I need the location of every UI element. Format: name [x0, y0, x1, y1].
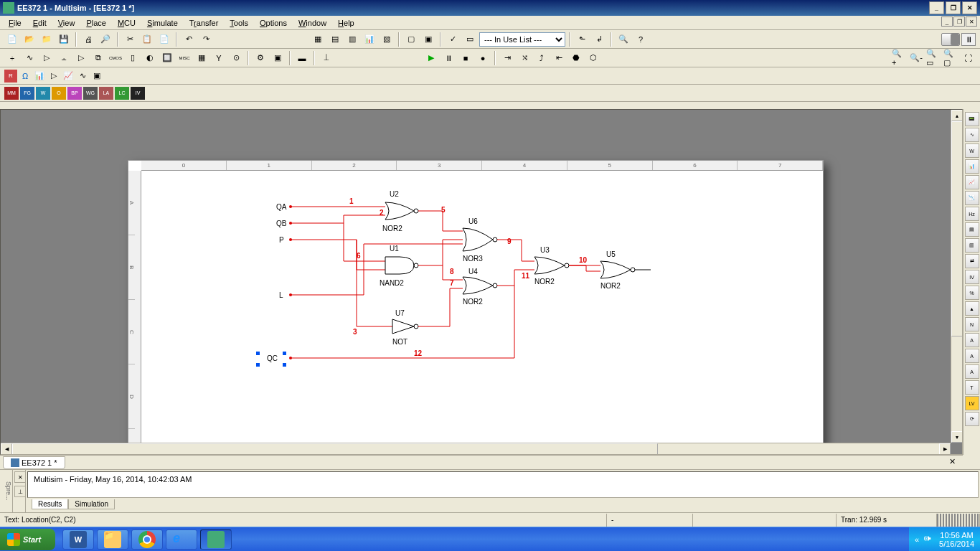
instrument-scope2[interactable]: 📊 — [965, 159, 979, 174]
taskbar-chrome[interactable] — [131, 529, 163, 550]
place-basic-button[interactable]: ∿ — [22, 50, 37, 66]
scroll-up-button[interactable]: ▲ — [951, 110, 963, 121]
vertical-scrollbar[interactable]: ▲ ▼ — [951, 110, 962, 443]
print-button[interactable]: 🖨 — [80, 32, 96, 47]
database-manager-button[interactable]: ▥ — [344, 32, 360, 47]
virtual-gate-button[interactable]: ▣ — [90, 70, 103, 83]
output-pin-button[interactable]: ⊥ — [14, 486, 26, 497]
zoom-in-button[interactable]: 🔍+ — [891, 50, 907, 66]
taskbar-ie[interactable]: e — [166, 529, 197, 550]
place-power-button[interactable]: MISC — [176, 50, 192, 66]
scroll-thumb-h[interactable] — [12, 443, 658, 455]
minimize-button[interactable]: _ — [929, 1, 944, 14]
zoom-out-button[interactable]: 🔍- — [908, 50, 924, 66]
step-into-button[interactable]: ⇥ — [499, 50, 515, 66]
instrument-current-probe[interactable]: ⟳ — [965, 412, 979, 426]
instrument-freq[interactable]: Hz — [965, 207, 979, 221]
menu-help[interactable]: Help — [332, 17, 360, 29]
gate-u4[interactable]: U4 NOR2 — [463, 268, 497, 306]
gate-u3[interactable]: U3 NOR2 — [534, 246, 569, 286]
copy-button[interactable]: 📋 — [139, 32, 155, 47]
wattmeter-button[interactable]: W — [36, 87, 50, 100]
gate-u7[interactable]: U7 NOT — [392, 309, 418, 346]
redo-button[interactable]: ↷ — [198, 32, 214, 47]
menu-simulate[interactable]: Simulate — [141, 17, 184, 29]
tab-ee372[interactable]: EE372 1 * — [3, 456, 65, 469]
undo-button[interactable]: ↶ — [181, 32, 197, 47]
power-switch[interactable] — [941, 33, 960, 46]
instrument-multimeter[interactable]: 📟 — [965, 112, 979, 126]
virtual-transistor-button[interactable]: 📈 — [62, 70, 75, 83]
multimeter-button[interactable]: MM — [4, 87, 19, 100]
place-cmos-button[interactable]: CMOS — [108, 50, 123, 66]
run-button[interactable]: ▶ — [423, 50, 439, 66]
open-samples-button[interactable]: 📁 — [39, 32, 55, 47]
spreadsheet-tab[interactable]: Spre... — [0, 470, 13, 512]
instrument-wordgen[interactable]: ▤ — [965, 222, 979, 237]
instrument-logicanalyzer[interactable]: ▥ — [965, 238, 979, 253]
place-diode-button[interactable]: ▷ — [39, 50, 55, 66]
instrument-iv[interactable]: IV — [965, 270, 979, 284]
create-component-button[interactable]: ▢ — [403, 32, 419, 47]
remove-breakpoints-button[interactable]: ⬡ — [585, 50, 601, 66]
taskbar-multisim[interactable] — [200, 529, 232, 550]
step-to-button[interactable]: ⇤ — [551, 50, 567, 66]
doc-minimize-button[interactable]: _ — [941, 17, 953, 27]
find-button[interactable]: 🔍 — [616, 32, 631, 47]
step-over-button[interactable]: ⤭ — [517, 50, 532, 66]
instrument-watt[interactable]: W — [965, 143, 979, 158]
place-advanced-button[interactable]: Y — [211, 50, 227, 66]
tab-close-button[interactable]: ✕ — [944, 453, 960, 469]
place-bus-button[interactable]: ▬ — [294, 50, 310, 66]
toggle-breakpoint-button[interactable]: ⬣ — [568, 50, 584, 66]
menu-file[interactable]: File — [3, 17, 27, 29]
netlist-button[interactable]: ▭ — [462, 32, 478, 47]
place-mcu-button[interactable]: ▣ — [270, 50, 286, 66]
scroll-thumb-v[interactable] — [951, 121, 963, 336]
place-indicator-button[interactable]: 🔲 — [159, 50, 175, 66]
new-button[interactable]: 📄 — [4, 32, 20, 47]
fullscreen-button[interactable]: ⛶ — [960, 50, 976, 66]
schematic-sheet[interactable]: 01234567 ABCD QA QB P L QC — [128, 160, 824, 443]
goto-parent-button[interactable]: ⬑ — [574, 32, 590, 47]
in-use-list-select[interactable]: --- In Use List --- — [479, 32, 565, 47]
zoom-fit-button[interactable]: 🔍▢ — [943, 50, 958, 66]
place-mixed-button[interactable]: ◐ — [142, 50, 158, 66]
output-log[interactable]: Multisim - Friday, May 16, 2014, 10:42:0… — [27, 471, 979, 498]
taskbar-word[interactable]: W — [62, 529, 94, 550]
place-analog-button[interactable]: ▷ — [73, 50, 89, 66]
component-wizard-button[interactable]: ▣ — [420, 32, 436, 47]
menu-transfer[interactable]: Transfer — [184, 17, 225, 29]
bode-plotter-button[interactable]: BP — [67, 87, 82, 100]
menu-tools[interactable]: Tools — [224, 17, 254, 29]
pause-switch[interactable]: ⏸ — [961, 33, 976, 46]
menu-view[interactable]: View — [52, 17, 81, 29]
virtual-capacitor-button[interactable]: Ω — [19, 70, 32, 83]
system-tray[interactable]: « 🕪 10:56 AM 5/16/2014 — [909, 527, 980, 552]
place-hierarchical-button[interactable]: ⟘ — [319, 50, 334, 66]
logic-analyzer-button[interactable]: LA — [99, 87, 113, 100]
instrument-logicconverter[interactable]: ⇄ — [965, 254, 979, 268]
instrument-agilent-fg[interactable]: A — [965, 333, 979, 347]
function-gen-button[interactable]: FG — [20, 87, 34, 100]
gate-u2[interactable]: U2 NOR2 — [382, 190, 418, 232]
place-misc-digital-button[interactable]: ▯ — [125, 50, 141, 66]
virtual-inductor-button[interactable]: 📊 — [33, 70, 46, 83]
place-misc-button[interactable]: ▦ — [194, 50, 209, 66]
tray-volume-icon[interactable]: 🕪 — [923, 534, 935, 545]
instrument-agilent-mm[interactable]: A — [965, 349, 979, 363]
menu-mcu[interactable]: MCU — [112, 17, 141, 29]
paste-button[interactable]: 📄 — [156, 32, 172, 47]
virtual-resistor-button[interactable]: R — [4, 70, 17, 83]
logic-converter-button[interactable]: LC — [115, 87, 129, 100]
gate-u1[interactable]: U1 NAND2 — [380, 245, 418, 287]
step-out-button[interactable]: ⤴ — [534, 50, 550, 66]
instrument-tek-scope[interactable]: T — [965, 380, 979, 395]
zoom-area-button[interactable]: 🔍▭ — [925, 50, 941, 66]
toggle-spreadsheet-button[interactable]: ▤ — [327, 32, 343, 47]
output-close-button[interactable]: ✕ — [14, 471, 26, 483]
cut-button[interactable]: ✂ — [122, 32, 138, 47]
scroll-left-button[interactable]: ◀ — [1, 443, 12, 455]
virtual-opamp-button[interactable]: ∿ — [76, 70, 89, 83]
print-preview-button[interactable]: 🔎 — [98, 32, 113, 47]
